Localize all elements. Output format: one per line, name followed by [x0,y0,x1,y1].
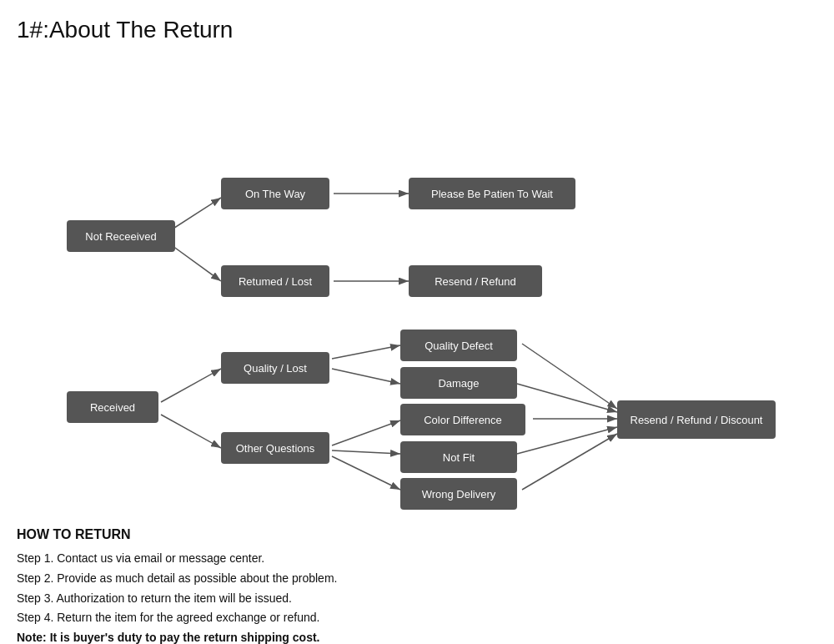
svg-line-16 [522,434,617,490]
svg-line-15 [517,427,617,454]
how-to-return-section: HOW TO RETURN Step 1. Contact us via ema… [17,527,817,644]
svg-line-1 [169,198,221,231]
box-quality-lost: Quality / Lost [221,352,329,384]
diagram-area: Not Receeived On The Way Retumed / Lost … [17,68,817,511]
step-2: Step 2. Provide as much detail as possib… [17,569,817,589]
svg-line-7 [332,345,400,359]
box-received: Received [67,391,158,423]
step-1: Step 1. Contact us via email or message … [17,549,817,569]
svg-line-10 [332,450,400,454]
box-other-questions: Other Questions [221,432,329,464]
box-wrong-delivery: Wrong Delivery [400,478,517,510]
box-color-difference: Color Difference [400,404,525,435]
return-note: Note: It is buyer's duty to pay the retu… [17,628,817,644]
step-3: Step 3. Authorization to return the item… [17,589,817,609]
page-title: 1#:About The Return [17,17,817,43]
svg-line-6 [161,415,221,448]
svg-line-2 [169,244,221,281]
svg-line-9 [332,420,400,445]
box-not-fit: Not Fit [400,441,517,473]
box-resend-refund-discount: Resend / Refund / Discount [617,400,776,439]
svg-line-5 [161,369,221,402]
box-not-received: Not Receeived [67,220,175,252]
box-damage: Damage [400,367,517,399]
box-on-the-way: On The Way [221,178,329,209]
box-quality-defect: Quality Defect [400,330,517,361]
step-4: Step 4. Return the item for the agreed e… [17,608,817,628]
svg-line-8 [332,369,400,384]
how-to-return-heading: HOW TO RETURN [17,527,817,542]
box-resend-refund: Resend / Refund [409,265,542,297]
svg-line-11 [332,456,400,490]
box-please-wait: Please Be Patien To Wait [409,178,575,209]
box-returned-lost: Retumed / Lost [221,265,329,297]
